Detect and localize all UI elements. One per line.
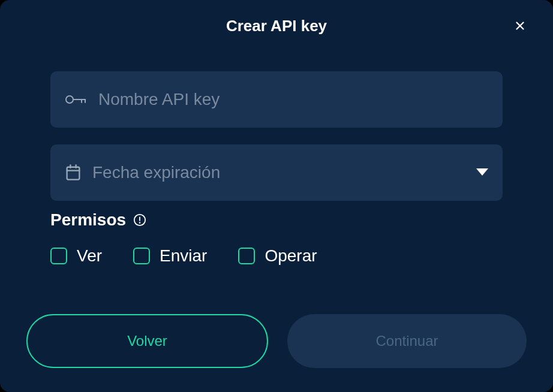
api-key-name-field[interactable] <box>50 71 503 128</box>
button-row: Volver Continuar <box>24 314 529 368</box>
permissions-title: Permisos <box>50 210 126 230</box>
permissions-header: Permisos <box>50 210 503 230</box>
continue-button[interactable]: Continuar <box>287 314 527 368</box>
info-icon[interactable] <box>133 213 146 227</box>
checkbox-send[interactable]: Enviar <box>133 246 207 266</box>
api-key-name-input[interactable] <box>98 90 488 109</box>
modal-title: Crear API key <box>226 17 327 35</box>
checkbox-box-operate <box>238 248 255 264</box>
expiration-placeholder: Fecha expiración <box>92 163 465 182</box>
checkbox-label-operate: Operar <box>265 246 317 266</box>
key-icon <box>65 92 88 107</box>
checkbox-box-view <box>50 248 67 264</box>
permissions-section: Permisos Ver Enviar <box>50 210 503 266</box>
checkbox-view[interactable]: Ver <box>50 246 102 266</box>
svg-point-12 <box>140 222 140 223</box>
form-content: Fecha expiración Permisos <box>24 71 529 314</box>
checkbox-group: Ver Enviar Operar <box>50 246 503 266</box>
expiration-date-field[interactable]: Fecha expiración <box>50 144 503 201</box>
calendar-icon <box>65 164 82 182</box>
modal-header: Crear API key <box>24 17 529 35</box>
chevron-down-icon <box>476 167 488 178</box>
svg-rect-6 <box>67 167 80 180</box>
checkbox-box-send <box>133 248 150 264</box>
back-button[interactable]: Volver <box>26 314 268 368</box>
close-button[interactable] <box>511 17 529 35</box>
checkbox-operate[interactable]: Operar <box>238 246 317 266</box>
close-icon <box>513 19 527 32</box>
create-api-key-modal: Crear API key <box>0 0 553 392</box>
checkbox-label-view: Ver <box>77 246 102 266</box>
checkbox-label-send: Enviar <box>160 246 207 266</box>
svg-point-2 <box>66 96 73 103</box>
